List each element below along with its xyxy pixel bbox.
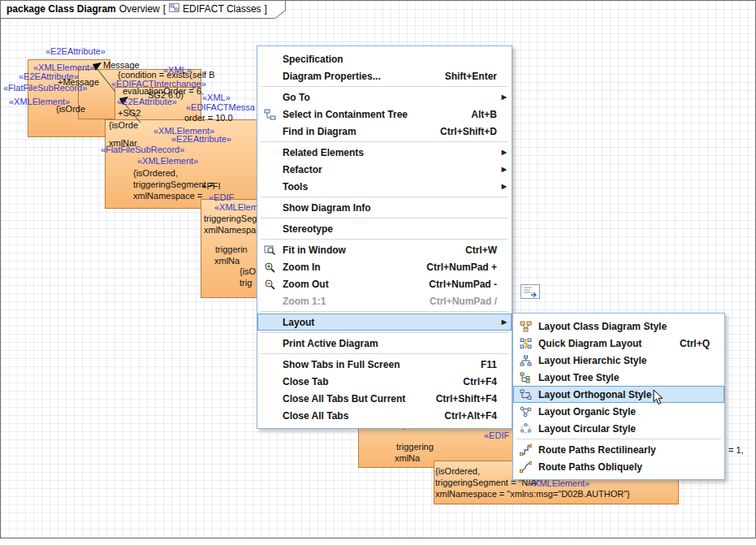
route-paths-rectilinearly-icon [516, 443, 534, 456]
menu-item-route-paths-obliquely[interactable]: Route Paths Obliquely [513, 458, 724, 475]
layout-class-diagram-style-icon [516, 320, 534, 333]
menu-item-layout-tree-style[interactable]: Layout Tree Style [513, 369, 724, 386]
submenu-arrow-icon: ▶ [497, 166, 507, 173]
menu-item-label: Route Paths Rectilinearly [538, 444, 710, 456]
blank-icon-slot [261, 180, 279, 193]
menu-item-go-to[interactable]: Go To▶ [257, 89, 512, 106]
blank-icon-slot [261, 201, 279, 214]
menu-item-diagram-properties[interactable]: Diagram Properties...Shift+Enter [257, 67, 512, 84]
menu-item-label: Print Active Diagram [283, 338, 497, 349]
menu-item-label: Layout Organic Style [538, 406, 710, 417]
fit-in-window-icon [261, 244, 279, 257]
menu-item-stereotype[interactable]: Stereotype [257, 220, 512, 237]
menu-shortcut: Ctrl+W [465, 244, 497, 256]
menu-item-route-paths-rectilinearly[interactable]: Route Paths Rectilinearly [513, 441, 724, 458]
menu-item-layout-circular-style[interactable]: Layout Circular Style [513, 420, 724, 437]
layout-hierarchic-style-icon [516, 354, 534, 367]
menu-item-label: Route Paths Obliquely [538, 461, 710, 473]
menu-item-label: Specification [283, 54, 497, 65]
menu-item-zoom-in[interactable]: Zoom InCtrl+NumPad + [257, 258, 512, 275]
route-paths-obliquely-icon [516, 461, 534, 474]
stereotype-label: «EDIF [484, 430, 509, 440]
menu-item-quick-diagram-layout[interactable]: Quick Diagram LayoutCtrl+Q [513, 335, 724, 352]
menu-item-label: Close All Tabs [283, 410, 430, 422]
menu-separator [261, 239, 508, 240]
diagram-text: {isO [240, 266, 256, 276]
menu-shortcut: Ctrl+Shift+F4 [436, 393, 497, 404]
menu-item-layout-orthogonal-style[interactable]: Layout Orthogonal Style [513, 386, 724, 403]
menu-item-close-all-tabs-but-current[interactable]: Close All Tabs But CurrentCtrl+Shift+F4 [257, 390, 512, 407]
menu-item-layout-organic-style[interactable]: Layout Organic Style [513, 403, 724, 420]
menu-item-specification[interactable]: Specification [257, 50, 512, 67]
blank-icon-slot [261, 409, 279, 422]
menu-item-refactor[interactable]: Refactor▶ [257, 161, 512, 178]
diagram-frame-header: package Class Diagram Overview [ EDIFACT… [1, 1, 286, 19]
submenu-arrow-icon: ▶ [497, 318, 507, 326]
blank-icon-slot [261, 316, 279, 329]
menu-item-print-active-diagram[interactable]: Print Active Diagram [257, 335, 512, 352]
menu-item-label: Stereotype [283, 223, 497, 235]
menu-item-label: Select in Containment Tree [283, 109, 456, 120]
menu-item-select-in-containment-tree[interactable]: Select in Containment TreeAlt+B [257, 106, 512, 123]
stereotype-label: «E2EAttribute» [171, 134, 231, 144]
menu-item-show-diagram-info[interactable]: Show Diagram Info [257, 199, 512, 216]
menu-item-find-in-diagram[interactable]: Find in DiagramCtrl+Shift+D [257, 123, 512, 140]
blank-icon-slot [261, 295, 279, 308]
menu-item-label: Tools [283, 181, 497, 192]
menu-item-close-tab[interactable]: Close TabCtrl+F4 [257, 373, 512, 390]
stereotype-label: «EDIF [209, 192, 234, 202]
diagram-text: triggerin [215, 244, 248, 254]
menu-item-label: Quick Diagram Layout [538, 338, 665, 349]
menu-item-label: Layout Class Diagram Style [538, 321, 710, 332]
menu-item-related-elements[interactable]: Related Elements▶ [257, 144, 512, 161]
diagram-text: +PFI [201, 181, 221, 191]
diagram-text: order = 10.0 [184, 113, 233, 123]
bracket-open: [ [163, 3, 166, 15]
menu-item-label: Diagram Properties... [283, 71, 430, 82]
blank-icon-slot [261, 70, 279, 83]
stereotype-label: «XML» [202, 93, 231, 102]
menu-item-layout[interactable]: Layout▶ [257, 314, 512, 331]
blank-icon-slot [261, 125, 279, 138]
menu-shortcut: Ctrl+F4 [463, 376, 497, 387]
menu-item-close-all-tabs[interactable]: Close All TabsCtrl+Alt+F4 [257, 407, 512, 424]
blank-icon-slot [261, 223, 279, 236]
menu-separator [516, 439, 721, 439]
menu-item-tools[interactable]: Tools▶ [257, 178, 512, 195]
menu-item-label: Show Tabs in Full Screen [283, 359, 466, 370]
menu-item-label: Refactor [283, 164, 497, 175]
class-diagram-icon [169, 3, 179, 15]
menu-item-label: Related Elements [283, 147, 497, 158]
diagram-name-label: Overview [119, 3, 160, 15]
menu-separator [261, 353, 508, 354]
diagram-text: xmlNamespace = "xmlns:msg="D02B.AUTHOR"} [435, 489, 630, 499]
submenu-arrow-icon: ▶ [497, 149, 507, 156]
menu-item-layout-class-diagram-style[interactable]: Layout Class Diagram Style [513, 318, 724, 335]
menu-shortcut: Ctrl+NumPad - [429, 279, 497, 290]
menu-shortcut: Shift+Enter [445, 71, 497, 82]
menu-item-fit-in-window[interactable]: Fit in WindowCtrl+W [257, 241, 512, 258]
stereotype-label: «XMLElement» [137, 156, 198, 166]
menu-item-layout-hierarchic-style[interactable]: Layout Hierarchic Style [513, 352, 724, 369]
menu-shortcut: Ctrl+Shift+D [440, 126, 497, 137]
menu-item-zoom-1-1[interactable]: Zoom 1:1Ctrl+NumPad / [257, 292, 512, 309]
diagram-text: xmlNamespac [204, 225, 261, 235]
menu-item-label: Close Tab [283, 376, 448, 387]
menu-item-label: Layout [283, 317, 497, 328]
menu-shortcut: Ctrl+Alt+F4 [444, 410, 497, 422]
layout-tree-style-icon [516, 371, 534, 384]
blank-icon-slot [261, 392, 279, 405]
blank-icon-slot [261, 375, 279, 388]
diagram-text: {isOrde [109, 120, 138, 130]
diagram-canvas[interactable]: «E2EAttribute»Message«XMLElement»«E2EAtt… [0, 0, 756, 539]
diagram-text: triggering [396, 442, 434, 452]
menu-item-zoom-out[interactable]: Zoom OutCtrl+NumPad - [257, 275, 512, 292]
page-icon[interactable] [521, 284, 540, 302]
menu-item-show-tabs-in-full-screen[interactable]: Show Tabs in Full ScreenF11 [257, 356, 512, 373]
menu-shortcut: Ctrl+Q [680, 338, 710, 349]
menu-item-label: Find in Diagram [283, 126, 426, 137]
menu-item-label: Zoom In [283, 262, 412, 273]
stereotype-label: «FlatFileSubRecord» [3, 83, 87, 93]
zoom-out-icon [261, 278, 279, 291]
layout-submenu: Layout Class Diagram StyleQuick Diagram … [512, 313, 725, 480]
